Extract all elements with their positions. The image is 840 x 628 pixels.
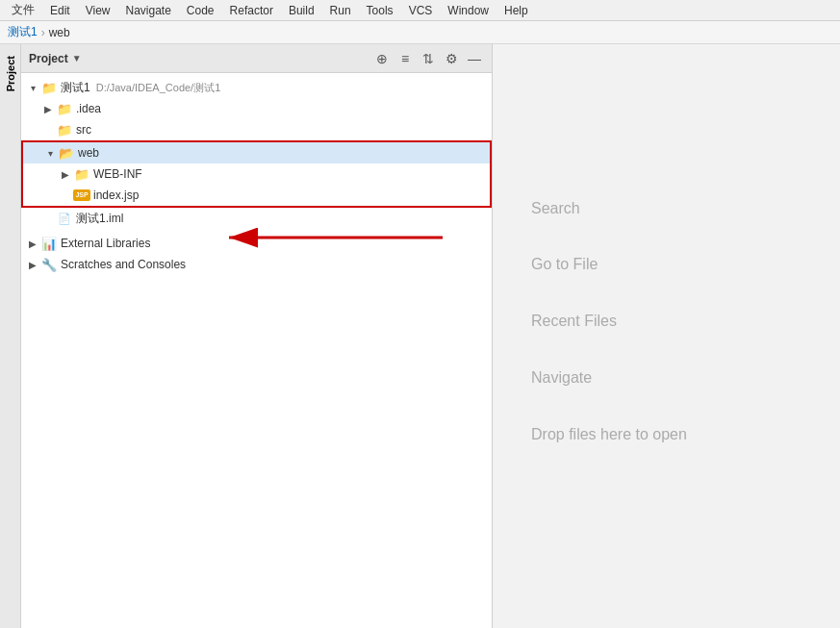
project-panel: Project ▼ ⊕ ≡ ⇅ ⚙ — ▾ 📁 测试1 D:/Java/IDEA… — [21, 44, 493, 628]
menu-code[interactable]: Code — [179, 2, 222, 19]
menu-view[interactable]: View — [78, 2, 118, 19]
menu-vcs[interactable]: VCS — [401, 2, 441, 19]
side-strip: Project — [0, 44, 21, 628]
folder-icon-root: 📁 — [40, 79, 58, 96]
tree-item-web[interactable]: ▾ 📂 web — [23, 142, 490, 163]
tree-item-src[interactable]: 📁 src — [21, 119, 492, 140]
tree-item-webinf[interactable]: ▶ 📁 WEB-INF — [23, 163, 490, 185]
folder-icon-idea: 📁 — [56, 100, 73, 117]
tree-label-src: src — [76, 123, 91, 137]
tree-item-idea[interactable]: ▶ 📁 .idea — [21, 98, 492, 119]
breadcrumb-root[interactable]: 测试1 — [8, 24, 38, 40]
folder-icon-web: 📂 — [58, 144, 75, 162]
menu-file[interactable]: 文件 — [4, 0, 42, 20]
menu-navigate[interactable]: Navigate — [117, 2, 178, 19]
panel-action-list[interactable]: ≡ — [395, 49, 415, 68]
breadcrumb-separator: › — [41, 26, 45, 39]
right-hint-recent: Recent Files — [531, 308, 617, 336]
tree-arrow-extlibs: ▶ — [25, 239, 40, 249]
tree-arrow-web: ▾ — [42, 148, 58, 159]
tree-path-root: D:/Java/IDEA_Code/测试1 — [96, 81, 221, 95]
right-hint-drop: Drop files here to open — [531, 421, 687, 449]
tree-label-scratches: Scratches and Consoles — [61, 258, 186, 271]
menu-build[interactable]: Build — [281, 2, 322, 19]
jsp-badge: JSP — [73, 189, 89, 201]
tree-label-iml: 测试1.iml — [76, 211, 123, 227]
breadcrumb: 测试1 › web — [0, 21, 840, 44]
panel-title: Project — [29, 52, 68, 65]
menu-edit[interactable]: Edit — [42, 2, 78, 19]
panel-action-settings[interactable]: ⚙ — [442, 49, 461, 68]
tree-label-webinf: WEB-INF — [93, 167, 142, 181]
menu-help[interactable]: Help — [496, 2, 536, 19]
menu-refactor[interactable]: Refactor — [222, 2, 281, 19]
main-layout: Project Project ▼ ⊕ ≡ ⇅ ⚙ — ▾ 📁 测试1 D:/J… — [0, 44, 840, 628]
tree-item-indexjsp[interactable]: JSP index.jsp — [23, 185, 490, 206]
tree-item-scratches[interactable]: ▶ 🔧 Scratches and Consoles — [21, 254, 492, 275]
tree-arrow-webinf: ▶ — [58, 169, 73, 180]
tree-item-root[interactable]: ▾ 📁 测试1 D:/Java/IDEA_Code/测试1 — [21, 77, 492, 98]
side-tab-project[interactable]: Project — [2, 48, 19, 99]
right-hint-navigate: Navigate — [531, 364, 592, 392]
tree-arrow-idea: ▶ — [40, 104, 56, 114]
menu-run[interactable]: Run — [322, 2, 359, 19]
panel-action-minimize[interactable]: — — [465, 49, 484, 68]
tree-item-extlibs[interactable]: ▶ 📊 External Libraries — [21, 233, 492, 254]
right-hint-goto: Go to File — [531, 251, 598, 279]
panel-action-add[interactable]: ⊕ — [372, 49, 392, 68]
jsp-icon: JSP — [73, 187, 90, 204]
iml-icon: 📄 — [56, 210, 73, 227]
breadcrumb-current: web — [49, 26, 70, 39]
panel-actions: ⊕ ≡ ⇅ ⚙ — — [372, 49, 484, 68]
right-panel: Search Go to File Recent Files Navigate … — [493, 44, 840, 628]
tree-label-root: 测试1 — [61, 80, 90, 96]
tree-arrow-root: ▾ — [25, 83, 40, 93]
scratches-icon: 🔧 — [40, 256, 58, 273]
menubar: 文件 Edit View Navigate Code Refactor Buil… — [0, 0, 840, 21]
menu-window[interactable]: Window — [440, 2, 496, 19]
folder-icon-src: 📁 — [56, 121, 73, 138]
folder-icon-webinf: 📁 — [73, 165, 90, 183]
right-hint-search: Search — [531, 195, 580, 223]
tree-label-web: web — [78, 146, 99, 160]
tree-label-idea: .idea — [76, 102, 101, 115]
panel-action-sort[interactable]: ⇅ — [419, 49, 438, 68]
menu-tools[interactable]: Tools — [359, 2, 401, 19]
panel-header: Project ▼ ⊕ ≡ ⇅ ⚙ — — [21, 44, 492, 73]
tree-arrow-scratches: ▶ — [25, 260, 40, 270]
panel-dropdown-arrow[interactable]: ▼ — [72, 53, 82, 63]
tree-item-iml[interactable]: 📄 测试1.iml — [21, 208, 492, 229]
extlibs-icon: 📊 — [40, 235, 58, 252]
tree-container[interactable]: ▾ 📁 测试1 D:/Java/IDEA_Code/测试1 ▶ 📁 .idea … — [21, 73, 492, 628]
tree-label-indexjsp: index.jsp — [93, 188, 139, 202]
tree-label-extlibs: External Libraries — [61, 237, 150, 250]
